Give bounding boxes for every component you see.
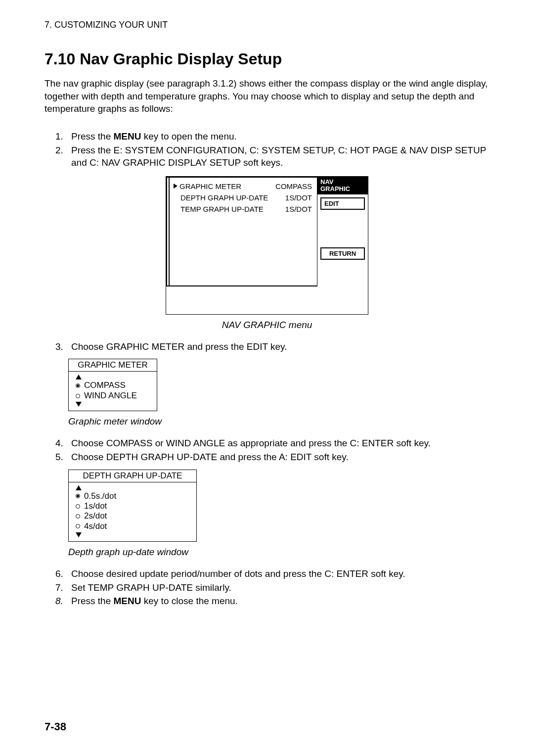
menu-key-label: MENU xyxy=(114,596,141,606)
step-number: 1. xyxy=(55,130,71,143)
nav-graphic-diagram-wrap: GRAPHIC METER COMPASS DEPTH GRAPH UP-DAT… xyxy=(44,176,490,315)
nav-graphic-diagram: GRAPHIC METER COMPASS DEPTH GRAPH UP-DAT… xyxy=(166,176,368,315)
return-softkey[interactable]: RETURN xyxy=(320,247,365,260)
graphic-meter-caption: Graphic meter window xyxy=(68,416,490,427)
step-4: Choose COMPASS or WIND ANGLE as appropri… xyxy=(71,437,490,450)
step-7: Set TEMP GRAPH UP-DATE similarly. xyxy=(71,581,490,594)
option-compass[interactable]: COMPASS xyxy=(76,380,152,390)
row-label: TEMP GRAPH UP-DATE xyxy=(174,205,264,213)
row-value: COMPASS xyxy=(275,182,312,190)
page-header: 7. CUSTOMIZING YOUR UNIT xyxy=(44,20,490,30)
step-number: 6. xyxy=(55,567,71,580)
menu-row-graphic-meter: GRAPHIC METER COMPASS xyxy=(173,181,314,192)
nav-graphic-softkeys: NAV GRAPHIC EDIT RETURN xyxy=(317,177,368,286)
step-8-post: key to close the menu. xyxy=(141,596,238,606)
intro-paragraph: The nav graphic display (see paragraph 3… xyxy=(44,77,490,115)
radio-icon xyxy=(76,394,80,398)
option-label: 2s/dot xyxy=(84,511,107,521)
popup-title: GRAPHIC METER xyxy=(69,359,157,372)
title-line2: GRAPHIC xyxy=(320,185,350,192)
step-1: Press the MENU key to open the menu. xyxy=(71,130,490,143)
triangle-up-icon xyxy=(76,375,82,379)
radio-icon xyxy=(76,514,80,519)
title-line1: NAV xyxy=(320,178,333,186)
section-title: 7.10 Nav Graphic Display Setup xyxy=(44,50,490,68)
menu-key-label: MENU xyxy=(114,131,141,142)
radio-icon xyxy=(76,524,80,528)
caret-icon xyxy=(174,184,178,189)
edit-softkey[interactable]: EDIT xyxy=(320,197,365,210)
radio-selected-icon xyxy=(76,383,80,388)
option-1s[interactable]: 1s/dot xyxy=(76,501,191,511)
option-4s[interactable]: 4s/dot xyxy=(76,521,191,531)
triangle-up-icon xyxy=(76,485,82,490)
step-5: Choose DEPTH GRAPH UP-DATE and press the… xyxy=(71,451,490,464)
step-2: Press the E: SYSTEM CONFIGURATION, C: SY… xyxy=(71,144,490,169)
option-label: COMPASS xyxy=(84,380,126,390)
nav-graphic-list: GRAPHIC METER COMPASS DEPTH GRAPH UP-DAT… xyxy=(166,177,317,286)
triangle-down-icon xyxy=(76,532,82,537)
depth-graph-caption: Depth graph up-date window xyxy=(68,547,490,558)
popup-title: DEPTH GRAPH UP-DATE xyxy=(69,470,196,482)
popup-body: COMPASS WIND ANGLE xyxy=(69,372,157,411)
option-wind-angle[interactable]: WIND ANGLE xyxy=(76,391,152,401)
step-number: 8. xyxy=(55,595,71,608)
step-8: Press the MENU key to close the menu. xyxy=(71,595,490,608)
row-label-text: GRAPHIC METER xyxy=(179,182,241,190)
menu-row-depth: DEPTH GRAPH UP-DATE 1S/DOT xyxy=(173,192,314,203)
graphic-meter-window: GRAPHIC METER COMPASS WIND ANGLE xyxy=(68,359,157,411)
depth-graph-window: DEPTH GRAPH UP-DATE 0.5s./dot 1s/dot 2s/… xyxy=(68,470,197,542)
nav-graphic-caption: NAV GRAPHIC menu xyxy=(44,320,490,331)
popup-body: 0.5s./dot 1s/dot 2s/dot 4s/dot xyxy=(69,482,196,542)
step-number: 2. xyxy=(55,144,71,169)
step-1-post: key to open the menu. xyxy=(141,131,237,142)
radio-icon xyxy=(76,504,80,509)
step-number: 3. xyxy=(55,340,71,353)
step-6: Choose desired update period/number of d… xyxy=(71,567,490,580)
row-value: 1S/DOT xyxy=(285,193,312,202)
option-2s[interactable]: 2s/dot xyxy=(76,511,191,521)
step-1-pre: Press the xyxy=(71,131,114,142)
nav-graphic-title: NAV GRAPHIC xyxy=(317,177,368,195)
option-label: 0.5s./dot xyxy=(84,491,116,501)
step-3: Choose GRAPHIC METER and press the EDIT … xyxy=(71,340,490,353)
triangle-down-icon xyxy=(76,402,82,407)
row-value: 1S/DOT xyxy=(285,205,312,213)
row-label: DEPTH GRAPH UP-DATE xyxy=(174,193,268,202)
step-number: 4. xyxy=(55,437,71,450)
option-label: 1s/dot xyxy=(84,501,107,511)
menu-row-temp: TEMP GRAPH UP-DATE 1S/DOT xyxy=(173,203,314,215)
steps-list-2: 3. Choose GRAPHIC METER and press the ED… xyxy=(44,340,490,353)
steps-list-4: 6. Choose desired update period/number o… xyxy=(44,567,490,608)
radio-selected-icon xyxy=(76,494,80,498)
step-8-pre: Press the xyxy=(71,596,114,606)
option-label: 4s/dot xyxy=(84,521,107,531)
option-05s[interactable]: 0.5s./dot xyxy=(76,491,191,501)
option-label: WIND ANGLE xyxy=(84,391,137,401)
row-label: GRAPHIC METER xyxy=(174,182,241,190)
steps-list-1: 1. Press the MENU key to open the menu. … xyxy=(44,130,490,169)
step-number: 7. xyxy=(55,581,71,594)
page-number: 7-38 xyxy=(44,720,66,733)
steps-list-3: 4. Choose COMPASS or WIND ANGLE as appro… xyxy=(44,437,490,463)
step-number: 5. xyxy=(55,451,71,464)
